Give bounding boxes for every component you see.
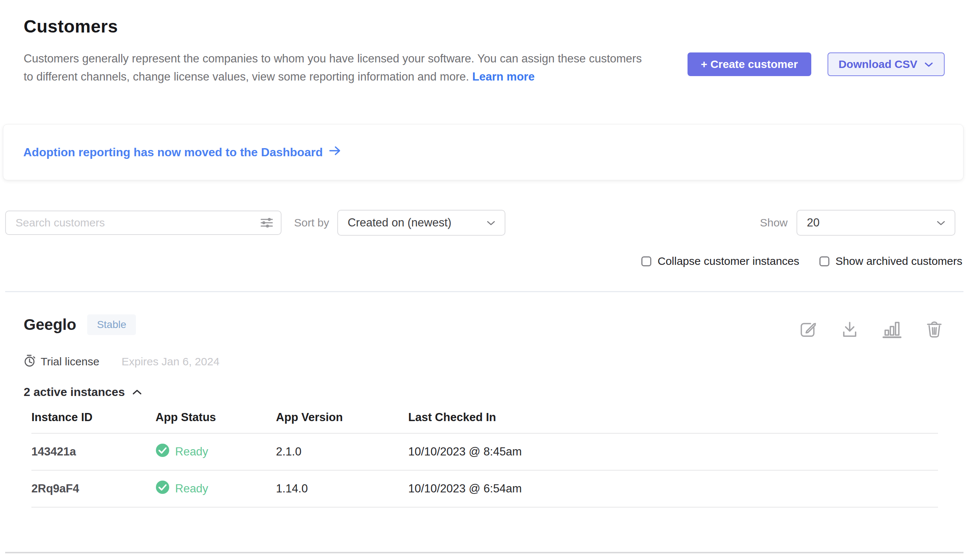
app-status-text: Ready (175, 445, 208, 458)
page-header: Customers Customers generally represent … (0, 0, 979, 86)
customers-toolbar: Sort by Created on (newest) Show 20 (5, 210, 956, 236)
chevron-up-icon (132, 385, 143, 399)
learn-more-link[interactable]: Learn more (472, 70, 535, 83)
search-wrap (5, 210, 282, 235)
sort-select[interactable]: Created on (newest) (337, 210, 505, 236)
customer-name-link[interactable]: Geeglo (23, 316, 76, 333)
last-checked-in-cell: 10/10/2023 @ 6:54am (408, 482, 938, 495)
section-divider (5, 291, 964, 292)
app-version-cell: 1.14.0 (276, 482, 408, 495)
filters-checkbox-row: Collapse customer instances Show archive… (0, 255, 962, 267)
table-row: 143421a Ready 2.1.0 10/10/2023 @ 8:45am (32, 434, 938, 471)
delete-customer-button[interactable] (926, 320, 943, 339)
channel-badge: Stable (87, 314, 135, 335)
active-instances-toggle[interactable]: 2 active instances (23, 385, 143, 399)
arrow-right-icon (329, 145, 341, 159)
trash-icon (926, 334, 943, 340)
customer-head: Geeglo Stable (23, 311, 943, 339)
active-instances-label: 2 active instances (23, 385, 125, 399)
col-last-checked-in: Last Checked In (408, 411, 938, 424)
col-app-status: App Status (155, 411, 276, 424)
instances-table-header: Instance ID App Status App Version Last … (32, 400, 938, 434)
chevron-down-icon (936, 216, 946, 229)
show-label: Show (760, 217, 788, 229)
search-input[interactable] (5, 210, 282, 235)
show-archived-label: Show archived customers (836, 255, 962, 267)
last-checked-in-cell: 10/10/2023 @ 8:45am (408, 445, 938, 458)
app-status-cell: Ready (155, 443, 276, 460)
instances-table: Instance ID App Status App Version Last … (32, 400, 938, 508)
page-size-select[interactable]: 20 (797, 210, 956, 236)
table-row: 2Rq9aF4 Ready 1.14.0 10/10/2023 @ 6:54am (32, 471, 938, 508)
header-actions: + Create customer Download CSV (687, 52, 945, 86)
check-circle-icon (155, 443, 170, 460)
download-csv-button[interactable]: Download CSV (827, 52, 945, 76)
edit-icon (799, 334, 817, 340)
edit-customer-button[interactable] (799, 320, 817, 339)
instance-id-cell: 2Rq9aF4 (32, 482, 155, 495)
header-row: Customers generally represent the compan… (23, 50, 945, 86)
page-description-text: Customers generally represent the compan… (23, 52, 642, 83)
page-description: Customers generally represent the compan… (23, 50, 652, 86)
customer-actions (799, 320, 943, 339)
app-status-cell: Ready (155, 480, 276, 497)
download-customer-button[interactable] (841, 320, 859, 339)
show-archived-checkbox[interactable] (819, 257, 829, 266)
col-app-version: App Version (276, 411, 408, 424)
license-expiry: Expires Jan 6, 2024 (122, 355, 219, 368)
adoption-reporting-text: Adoption reporting has now moved to the … (23, 145, 323, 159)
chevron-down-icon (486, 216, 496, 229)
collapse-instances-label: Collapse customer instances (657, 255, 799, 267)
app-status-text: Ready (175, 482, 208, 495)
customers-page: Customers Customers generally represent … (0, 0, 979, 560)
customer-card: Geeglo Stable (23, 311, 943, 508)
sort-by-label: Sort by (294, 217, 329, 229)
instance-id-cell: 143421a (32, 445, 155, 458)
create-customer-button[interactable]: + Create customer (687, 52, 811, 76)
app-version-cell: 2.1.0 (276, 445, 408, 458)
download-csv-label: Download CSV (839, 58, 917, 70)
collapse-instances-checkbox[interactable] (641, 257, 651, 266)
bar-chart-icon (882, 334, 902, 340)
license-type-label: Trial license (41, 355, 99, 368)
analytics-customer-button[interactable] (882, 320, 902, 339)
filter-sliders-icon[interactable] (260, 217, 274, 230)
show-archived-checkbox-group[interactable]: Show archived customers (819, 255, 962, 267)
page-title: Customers (23, 15, 945, 38)
check-circle-icon (155, 480, 170, 497)
bottom-divider (5, 552, 964, 553)
license-row: Trial license Expires Jan 6, 2024 (23, 354, 943, 369)
col-instance-id: Instance ID (32, 411, 155, 424)
page-size-value: 20 (807, 216, 819, 229)
adoption-reporting-link[interactable]: Adoption reporting has now moved to the … (23, 145, 341, 159)
download-icon (841, 334, 859, 340)
sort-select-value: Created on (newest) (348, 216, 452, 229)
chevron-down-icon (924, 58, 934, 70)
timer-icon (23, 354, 36, 369)
collapse-instances-checkbox-group[interactable]: Collapse customer instances (641, 255, 799, 267)
adoption-reporting-banner: Adoption reporting has now moved to the … (3, 124, 964, 180)
